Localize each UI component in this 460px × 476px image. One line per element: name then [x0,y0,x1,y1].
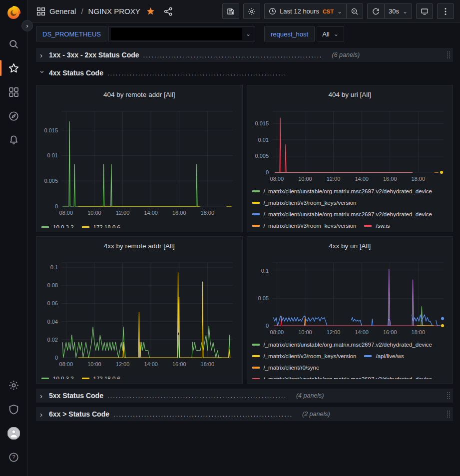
svg-text:16:00: 16:00 [383,176,397,182]
legend-item[interactable]: /_matrix/client/unstable/org.matrix.msc2… [252,374,433,379]
help-icon: ? [8,452,19,463]
sidebar-item-explore[interactable] [0,104,27,128]
save-dashboard-button[interactable] [222,3,239,19]
chevron-down-icon: ⌄ [246,30,251,37]
svg-text:0.02: 0.02 [47,337,58,343]
row-drag-handle[interactable] [447,51,450,58]
panel-title[interactable]: 4xx by remote addr [All] [41,241,237,252]
panel-legend: /_matrix/client/unstable/org.matrix.msc2… [252,340,448,379]
row-panel-count: (2 panels) [302,411,330,418]
panel-4xx-by-remote-addr: 4xx by remote addr [All] 00.020.040.060.… [36,236,243,384]
row-header-4xx[interactable]: › 4xx Status Code ......................… [36,66,453,80]
chart-404-by-uri[interactable]: 00.0050.010.01508:0010:0012:0014:0016:00… [252,108,449,182]
svg-text:08:00: 08:00 [270,176,284,182]
panel-title[interactable]: 404 by remote addr [All] [41,89,237,100]
svg-text:16:00: 16:00 [172,361,186,367]
panel-4xx-by-uri: 4xx by uri [All] 00.050.108:0010:0012:00… [247,236,454,384]
legend-item[interactable]: /_matrix/client/unstable/org.matrix.msc2… [252,186,433,196]
legend-item[interactable]: /_matrix/client/unstable/org.matrix.msc2… [252,209,433,219]
chart-4xx-by-remote-addr[interactable]: 00.020.040.060.080.108:0010:0012:0014:00… [41,260,238,368]
dashboard-settings-button[interactable] [243,3,260,19]
row-drag-handle[interactable] [447,392,450,399]
sidebar-item-search[interactable] [0,32,27,56]
svg-text:?: ? [12,454,15,460]
sidebar-item-help[interactable]: ? [0,445,27,469]
row-title: 5xx Status Code [49,392,103,400]
legend-item[interactable]: /api/live/ws [364,351,404,361]
legend-series-color-dash [252,344,260,346]
sidebar-item-dashboards[interactable] [0,80,27,104]
svg-text:12:00: 12:00 [116,361,130,367]
legend-item[interactable]: 10.0.3.2 [41,374,74,379]
legend-item[interactable]: /_matrix/client/v3/room_keys/version [252,198,357,207]
legend-item[interactable]: /_matrix/client/v3/room_keys/version [252,351,357,361]
variable-request-host-label[interactable]: request_host [264,26,315,41]
row-title-dots: ........................................… [107,392,287,400]
refresh-interval-picker[interactable]: 30s ⌄ [384,3,412,19]
legend-item[interactable]: 172.18.0.6 [82,374,120,379]
legend-series-label: 10.0.3.2 [53,376,74,380]
chart-4xx-by-uri[interactable]: 00.050.108:0010:0012:0014:0016:0018:00 [252,260,449,336]
user-avatar [7,427,20,440]
panel-title[interactable]: 4xx by uri [All] [252,241,448,252]
sidebar-item-starred[interactable] [0,56,27,80]
variable-request-host-value-dropdown[interactable]: All ⌄ [317,26,344,41]
legend-item[interactable]: /_matrix/client/unstable/org.matrix.msc2… [252,340,433,349]
legend-series-color-dash [252,225,260,227]
row-drag-handle[interactable] [447,411,450,418]
svg-text:16:00: 16:00 [172,210,186,216]
sidebar-item-profile[interactable] [0,421,27,445]
svg-text:18:00: 18:00 [411,329,425,335]
share-icon[interactable] [164,7,173,16]
variable-ds-prometheus-label[interactable]: DS_PROMETHEUS [36,26,107,41]
time-range-picker[interactable]: Last 12 hours CST ⌄ [264,3,346,19]
row-header-1xx-3xx-2xx[interactable]: › 1xx - 3xx - 2xx Status Code ..........… [36,48,453,62]
panel-legend: 10.0.3.2172.18.0.6 [41,374,237,379]
svg-text:08:00: 08:00 [59,210,73,216]
legend-series-label: 172.18.0.6 [93,224,120,228]
save-icon [227,7,235,15]
sidebar-item-alerting[interactable] [0,128,27,152]
row-header-5xx[interactable]: › 5xx Status Code ......................… [36,389,453,403]
svg-text:18:00: 18:00 [201,210,215,216]
more-options-kebab-button[interactable] [437,3,454,19]
breadcrumb-section[interactable]: General [49,7,76,15]
sidebar-item-server-admin[interactable] [0,397,27,421]
legend-series-color-dash [252,367,260,369]
refresh-icon [372,7,380,15]
chevron-down-icon: ⌄ [334,30,339,37]
legend-item[interactable]: 10.0.3.2 [41,222,74,228]
sidebar-expand-button[interactable]: › [21,20,33,31]
sidebar-item-configuration[interactable] [0,373,27,397]
chart-404-by-remote-addr[interactable]: 00.0050.010.01508:0010:0012:0014:0016:00… [41,108,238,216]
legend-series-label: /_matrix/client/unstable/org.matrix.msc2… [264,188,433,194]
chart-wrap: 00.050.108:0010:0012:0014:0016:0018:00 [252,260,448,338]
time-picker-group: Last 12 hours CST ⌄ [264,3,363,19]
grafana-logo-icon[interactable] [5,4,22,21]
monitor-icon [421,7,429,15]
svg-text:0.005: 0.005 [255,153,269,159]
legend-item[interactable]: 172.18.0.6 [82,222,120,228]
chart-wrap: 00.0050.010.01508:0010:0012:0014:0016:00… [252,108,448,184]
tv-kiosk-mode-button[interactable] [416,3,433,19]
redacted-variable-value [111,28,242,40]
favorite-star-icon[interactable] [146,7,155,15]
variable-ds-prometheus-value-dropdown[interactable]: ⌄ [108,26,255,41]
svg-text:12:00: 12:00 [326,176,340,182]
legend-item[interactable]: /sw.js [364,221,390,228]
row-header-6xx[interactable]: › 6xx > Status Code ....................… [36,407,453,421]
legend-series-color-dash [41,378,49,380]
clock-icon [269,7,276,15]
chevron-right-icon: › [40,392,45,400]
legend-item[interactable]: /_matrix/client/v3/room_keys/version [252,221,357,228]
panel-title[interactable]: 404 by uri [All] [252,89,448,100]
svg-text:0.005: 0.005 [44,178,58,184]
variables-bar: DS_PROMETHEUS ⌄ request_host All ⌄ [27,23,460,45]
svg-text:0.015: 0.015 [44,127,58,133]
legend-item[interactable]: /_matrix/client/r0/sync [252,363,319,372]
breadcrumb-dashboard-title[interactable]: NGINX PROXY [88,7,140,15]
zoom-out-time-button[interactable] [346,3,363,19]
svg-text:0.05: 0.05 [258,295,268,301]
refresh-dashboard-button[interactable] [367,3,384,19]
request-host-selected-value: All [322,30,329,38]
